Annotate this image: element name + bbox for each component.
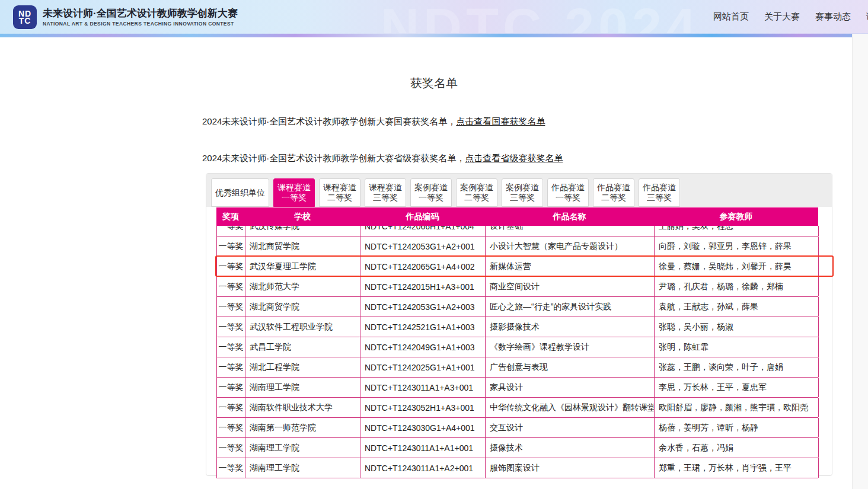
cell-teachers: 余水香，石蕙，冯娟 (655, 438, 819, 458)
cell-teachers: 欧阳舒眉，廖静，颜湘，熊宇瑻，欧阳尧 (655, 398, 819, 417)
nav-item-0[interactable]: 网站首页 (713, 11, 749, 23)
cell-teachers: 徐曼，蔡姗，吴晓炜，刘馨开，薛昊 (655, 257, 819, 276)
table-row: 一等奖 湖南理工学院 NDTC+T1243011A1+A2+001 服饰图案设计… (216, 458, 818, 478)
award-category-tabbar: 优秀组织单位课程赛道 一等奖课程赛道 二等奖课程赛道 三等奖案例赛道 一等奖案例… (206, 174, 832, 207)
site-logo[interactable]: ND TC 未来设计师·全国艺术设计教师教学创新大赛 NATIONAL ART … (13, 5, 238, 29)
cell-school: 武汉软件工程职业学院 (245, 317, 360, 337)
site-header: ND TC 未来设计师·全国艺术设计教师教学创新大赛 NATIONAL ART … (0, 0, 868, 34)
cell-teachers: 张聪，吴小丽，杨淑 (655, 317, 819, 337)
cell-work: 服饰图案设计 (486, 458, 655, 478)
cell-teachers: 张蕊，王鹏，谈向荣，叶子，唐娟 (655, 357, 819, 377)
page-title: 获奖名单 (0, 75, 868, 91)
tab-work-first[interactable]: 作品赛道 一等奖 (547, 178, 589, 207)
cell-code: NDTC+T1242049G1+A1+003 (360, 337, 486, 357)
cell-work: 家具设计 (486, 378, 655, 397)
tab-case-first[interactable]: 案例赛道 一等奖 (410, 178, 452, 207)
hero-gradient-strip (0, 33, 868, 37)
cell-work: 广告创意与表现 (486, 357, 655, 377)
table-scroll-area[interactable]: 一等奖 武汉传媒学院 NDTC+T1242066H1+A1+004 设计基础 王… (216, 226, 845, 478)
tab-course-second[interactable]: 课程赛道 二等奖 (319, 178, 360, 207)
cell-school: 湖北商贸学院 (245, 236, 360, 256)
cell-code: NDTC+T1242521G1+A1+003 (360, 317, 486, 337)
cell-award: 一等奖 (217, 277, 245, 296)
nav-item-1[interactable]: 关于大赛 (764, 11, 800, 23)
cell-work: 新媒体运营 (486, 257, 655, 276)
cell-code: NDTC+T1243052H1+A3+001 (360, 398, 486, 417)
table-row: 一等奖 湖北商贸学院 NDTC+T1242053G1+A2+003 匠心之旅—“… (216, 297, 818, 317)
column-header: 奖项 (216, 207, 245, 226)
tab-course-first[interactable]: 课程赛道 一等奖 (273, 178, 315, 207)
cell-code: NDTC+T1243011A1+A2+001 (360, 458, 486, 478)
national-list-link[interactable]: 点击查看国赛获奖名单 (456, 116, 545, 126)
cell-award: 一等奖 (217, 257, 245, 276)
tab-course-third[interactable]: 课程赛道 三等奖 (365, 178, 406, 207)
main-nav: 网站首页关于大赛赛事动态证书查询 (713, 0, 868, 34)
cell-school: 湖南软件职业技术大学 (245, 398, 360, 417)
tab-work-second[interactable]: 作品赛道 二等奖 (593, 178, 634, 207)
cell-school: 湖北工程学院 (245, 357, 360, 377)
tab-excellent-org[interactable]: 优秀组织单位 (211, 178, 269, 207)
cell-teachers: 向爵，刘璇，郭亚男，李恩锌，薛果 (655, 236, 819, 256)
cell-work: 摄像技术 (486, 438, 655, 458)
cell-code: NDTC+T1242025G1+A1+001 (360, 357, 486, 377)
national-list-text: 2024未来设计师·全国艺术设计教师教学创新大赛国赛获奖名单， (202, 116, 456, 126)
table-row: 一等奖 湖北商贸学院 NDTC+T1242053G1+A2+001 小设计大智慧… (216, 236, 818, 257)
logo-subtitle: NATIONAL ART & DESIGN TEACHERS TEACHING … (43, 21, 238, 27)
table-row: 一等奖 湖北师范大学 NDTC+T1242015H1+A3+001 商业空间设计… (216, 277, 818, 297)
logo-mark-bottom: TC (19, 17, 31, 24)
cell-award: 一等奖 (217, 398, 245, 417)
vertical-scrollbar[interactable] (852, 34, 868, 489)
tab-case-third[interactable]: 案例赛道 三等奖 (502, 178, 543, 207)
column-header: 作品编码 (360, 207, 485, 226)
table-header-row: 奖项学校作品编码作品名称参赛教师 (216, 207, 818, 226)
table-row: 一等奖 湖南第一师范学院 NDTC+T1243030G1+A4+001 交互设计… (216, 418, 818, 438)
cell-school: 湖南第一师范学院 (245, 418, 360, 437)
cell-teachers: 郑重，王珺，万长林，肖宇强，王平 (655, 458, 819, 478)
cell-work: 小设计大智慧（家电产品专题设计） (486, 236, 655, 256)
logo-title: 未来设计师·全国艺术设计教师教学创新大赛 (43, 8, 238, 20)
table-row: 一等奖 湖南理工学院 NDTC+T1243011A1+A1+001 摄像技术 余… (216, 438, 818, 458)
provincial-list-link[interactable]: 点击查看省级赛获奖名单 (465, 153, 563, 163)
nav-item-2[interactable]: 赛事动态 (815, 11, 851, 23)
column-header: 学校 (245, 207, 360, 226)
cell-code: NDTC+T1243011A1+A1+001 (360, 438, 486, 458)
cell-award: 一等奖 (217, 458, 245, 478)
cell-school: 湖北商贸学院 (245, 297, 360, 317)
table-row: 一等奖 武汉软件工程职业学院 NDTC+T1242521G1+A1+003 摄影… (216, 317, 818, 337)
cell-work: 交互设计 (486, 418, 655, 437)
column-header: 作品名称 (485, 207, 654, 226)
cell-award: 一等奖 (217, 418, 245, 437)
cell-school: 武汉传媒学院 (245, 226, 360, 236)
cell-teachers: 袁航，王献志，孙斌，薛果 (655, 297, 819, 317)
cell-school: 武汉华夏理工学院 (245, 257, 360, 276)
cell-code: NDTC+T1242065G1+A4+002 (360, 257, 486, 276)
ndtc-logo-icon: ND TC (13, 5, 37, 29)
table-row: 一等奖 武汉华夏理工学院 NDTC+T1242065G1+A4+002 新媒体运… (216, 257, 818, 277)
cell-teachers: 王丽娟，吴双，程忠 (655, 226, 819, 236)
cell-award: 一等奖 (217, 226, 245, 236)
cell-code: NDTC+T1242053G1+A2+003 (360, 297, 486, 317)
cell-work: 设计基础 (486, 226, 655, 236)
cell-award: 一等奖 (217, 297, 245, 317)
cell-code: NDTC+T1243011A1+A3+001 (360, 378, 486, 397)
cell-teachers: 李思，万长林，王平，夏忠军 (655, 378, 819, 397)
cell-code: NDTC+T1242015H1+A3+001 (360, 277, 486, 296)
cell-teachers: 杨蓓，姜明芳，谭昕，杨静 (655, 418, 819, 437)
cell-code: NDTC+T1242066H1+A1+004 (360, 226, 486, 236)
table-body: 一等奖 武汉传媒学院 NDTC+T1242066H1+A1+004 设计基础 王… (216, 226, 845, 478)
cell-school: 湖南理工学院 (245, 458, 360, 478)
cell-school: 湖南理工学院 (245, 438, 360, 458)
cell-award: 一等奖 (217, 317, 245, 337)
tab-case-second[interactable]: 案例赛道 二等奖 (456, 178, 497, 207)
cell-school: 湖北师范大学 (245, 277, 360, 296)
cell-school: 武昌工学院 (245, 337, 360, 357)
cell-work: 《数字绘画》课程教学设计 (486, 337, 655, 357)
provincial-list-text: 2024未来设计师·全国艺术设计教师教学创新大赛省级赛获奖名单， (202, 153, 465, 163)
cell-teachers: 尹璐，孔庆君，杨璐，徐麟，郑楠 (655, 277, 819, 296)
cell-award: 一等奖 (217, 357, 245, 377)
tab-work-third[interactable]: 作品赛道 三等奖 (639, 178, 680, 207)
awards-table: 奖项学校作品编码作品名称参赛教师 一等奖 武汉传媒学院 NDTC+T124206… (216, 207, 845, 478)
national-list-paragraph: 2024未来设计师·全国艺术设计教师教学创新大赛国赛获奖名单，点击查看国赛获奖名… (202, 116, 545, 127)
cell-school: 湖南理工学院 (245, 378, 360, 397)
cell-award: 一等奖 (217, 337, 245, 357)
